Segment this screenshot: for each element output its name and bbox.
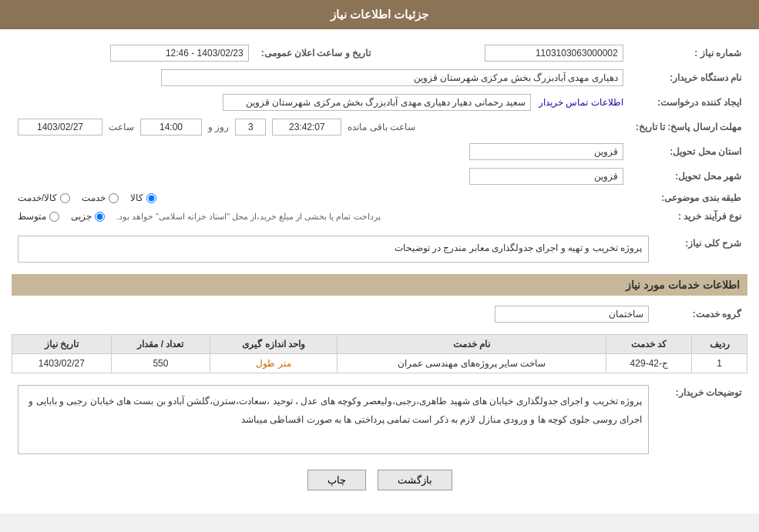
button-row: بازگشت چاپ (12, 470, 747, 490)
process-partial-label: جزیی (71, 211, 92, 222)
description-label: شرح کلی نیاز: (655, 232, 747, 266)
city-value: قزوین (12, 164, 630, 189)
process-medium-label: متوسط (18, 211, 46, 222)
table-row: 1 ج-42-429 ساخت سایر پروژه‌های مهندسی عم… (12, 354, 747, 373)
description-value-cell: پروژه تخریب و تهیه و اجرای جدولگذاری معا… (12, 232, 655, 266)
service-group-label: گروه خدمت: (655, 302, 747, 326)
contact-link[interactable]: اطلاعات تماس خریدار (539, 97, 623, 108)
cell-code-0: ج-42-429 (606, 354, 692, 373)
need-number-label: شماره نیاز : (630, 41, 747, 65)
buyer-org-input: دهیاری مهدی آبادبزرگ بخش مرکزی شهرستان ق… (161, 69, 623, 86)
response-deadline-row: 1403/02/27 ساعت 14:00 روز و 3 23:42:07 س… (12, 115, 630, 139)
response-date-input: 1403/02/27 (18, 119, 102, 136)
category-goods-label: کالا (130, 192, 143, 203)
category-label: طبقه بندی موضوعی: (630, 189, 747, 207)
col-header-name: نام خدمت (337, 335, 606, 354)
announce-date-input: 1403/02/23 - 12:46 (110, 45, 249, 62)
page-header: جزئیات اطلاعات نیاز (0, 0, 759, 29)
category-service-label: خدمت (82, 192, 106, 203)
city-input: قزوین (469, 168, 623, 185)
cell-date-0: 1403/02/27 (12, 354, 112, 373)
city-label: شهر محل تحویل: (630, 164, 747, 189)
need-number-input: 1103103063000002 (485, 45, 623, 62)
creator-label: ایجاد کننده درخواست: (630, 90, 747, 115)
col-header-date: تاریخ نیاز (12, 335, 112, 354)
service-group-value: ساختمان (12, 302, 655, 326)
back-button[interactable]: بازگشت (378, 470, 452, 490)
buyer-notes-label: توضیحات خریدار: (655, 381, 747, 458)
category-radio-group: کالا/خدمت خدمت کالا (18, 192, 623, 203)
buyer-notes-box: پروژه تخریب و اجرای جدولگذاری خیابان های… (18, 385, 649, 454)
services-section-title: اطلاعات خدمات مورد نیاز (12, 274, 747, 296)
page-wrapper: جزئیات اطلاعات نیاز شماره نیاز : 1103103… (0, 0, 759, 514)
description-section: شرح کلی نیاز: پروژه تخریب و تهیه و اجرای… (12, 232, 747, 266)
response-remaining-input: 23:42:07 (272, 119, 341, 136)
response-time-input: 14:00 (140, 119, 202, 136)
cell-name-0: ساخت سایر پروژه‌های مهندسی عمران (337, 354, 606, 373)
category-row: کالا/خدمت خدمت کالا (12, 189, 630, 207)
process-radio-medium-input[interactable] (49, 212, 59, 222)
announce-date-value: 1403/02/23 - 12:46 (12, 41, 255, 65)
buyer-org-value: دهیاری مهدی آبادبزرگ بخش مرکزی شهرستان ق… (12, 65, 630, 90)
province-input: قزوین (469, 143, 623, 160)
announce-date-label: تاریخ و ساعت اعلان عمومی: (255, 41, 386, 65)
category-radio-service: خدمت (82, 192, 119, 203)
response-time-label: ساعت (109, 122, 134, 132)
service-group-section: گروه خدمت: ساختمان (12, 302, 747, 326)
province-label: استان محل تحویل: (630, 139, 747, 164)
info-section: شماره نیاز : 1103103063000002 تاریخ و سا… (12, 41, 747, 226)
response-remaining-label: ساعت باقی مانده (348, 122, 415, 132)
response-day-label: روز و (208, 122, 229, 132)
services-table: ردیف کد خدمت نام خدمت واحد اندازه گیری ت… (12, 334, 747, 373)
category-goods-service-label: کالا/خدمت (18, 192, 57, 203)
process-note: پرداخت تمام یا بخشی از مبلغ خرید،از محل … (116, 212, 381, 222)
cell-unit-0: متر طول (210, 354, 338, 373)
buyer-notes-value-cell: پروژه تخریب و اجرای جدولگذاری خیابان های… (12, 381, 655, 458)
process-label: نوع فرآیند خرید : (630, 207, 747, 226)
print-button[interactable]: چاپ (307, 470, 366, 490)
description-box: پروژه تخریب و تهیه و اجرای جدولگذاری معا… (18, 236, 649, 263)
response-deadline-label: مهلت ارسال پاسخ: تا تاریخ: (630, 115, 747, 139)
col-header-unit: واحد اندازه گیری (210, 335, 338, 354)
process-radio-group: متوسط جزیی (18, 211, 105, 222)
col-header-code: کد خدمت (606, 335, 692, 354)
category-radio-goods-service-input[interactable] (60, 193, 70, 203)
buyer-org-label: نام دستگاه خریدار: (630, 65, 747, 90)
process-radio-partial-input[interactable] (95, 212, 105, 222)
creator-value: سعید رحمانی دهیار دهیاری مهدی آبادبزرگ ب… (12, 90, 630, 115)
main-content: شماره نیاز : 1103103063000002 تاریخ و سا… (0, 29, 759, 514)
response-days-input: 3 (235, 119, 266, 136)
need-number-value: 1103103063000002 (386, 41, 630, 65)
process-radio-partial: جزیی (71, 211, 105, 222)
category-radio-goods-input[interactable] (146, 193, 156, 203)
service-group-input: ساختمان (495, 306, 649, 323)
province-value: قزوین (12, 139, 630, 164)
col-header-qty: تعداد / مقدار (111, 335, 210, 354)
page-title: جزئیات اطلاعات نیاز (331, 8, 428, 21)
process-radio-medium: متوسط (18, 211, 59, 222)
category-radio-goods-service: کالا/خدمت (18, 192, 70, 203)
cell-qty-0: 550 (111, 354, 210, 373)
col-header-row: ردیف (692, 335, 747, 354)
category-radio-goods: کالا (130, 192, 156, 203)
cell-row-0: 1 (692, 354, 747, 373)
notes-section: توضیحات خریدار: پروژه تخریب و اجرای جدول… (12, 381, 747, 458)
creator-input: سعید رحمانی دهیار دهیاری مهدی آبادبزرگ ب… (223, 94, 531, 111)
process-row: متوسط جزیی پرداخت تمام یا بخشی از مبلغ خ… (12, 207, 630, 226)
category-radio-service-input[interactable] (109, 193, 119, 203)
